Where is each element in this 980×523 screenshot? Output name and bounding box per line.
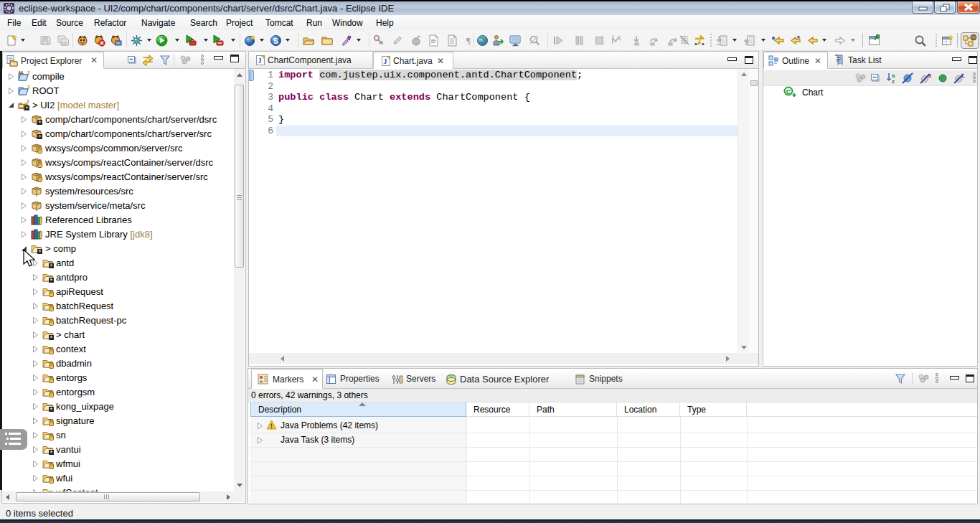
svg-text:M: M [19,70,23,75]
svg-text:¶: ¶ [466,35,471,46]
svg-text:C: C [786,88,791,95]
svg-text:z: z [892,78,895,84]
svg-text:S: S [273,37,278,45]
